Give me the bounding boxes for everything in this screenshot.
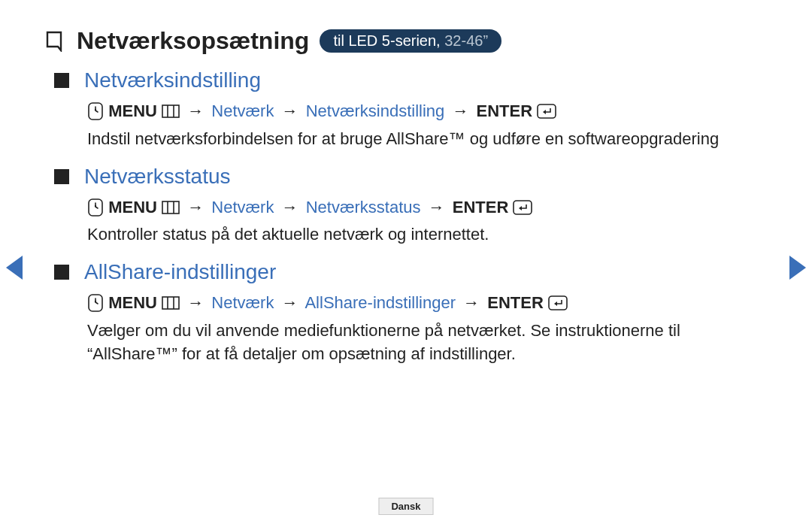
square-bullet-icon: [54, 73, 69, 88]
square-bullet-icon: [54, 169, 69, 184]
page-title: Netværksopsætning: [77, 27, 309, 55]
svg-rect-5: [538, 104, 556, 118]
svg-rect-0: [89, 103, 102, 120]
svg-rect-17: [549, 296, 567, 310]
menu-grid-icon: [162, 296, 180, 310]
series-badge-dim: 32-46”: [444, 32, 488, 49]
section-description: Indstil netværksforbindelsen for at brug…: [87, 128, 767, 151]
remote-ok-icon: [87, 293, 104, 313]
series-badge-main: til LED 5-serien,: [333, 32, 444, 49]
svg-point-7: [95, 205, 96, 207]
section-title: Netværksstatus: [84, 165, 231, 189]
arrow-sep-icon: →: [279, 101, 301, 120]
path-part: Netværk: [211, 293, 274, 312]
remote-ok-icon: [87, 198, 104, 217]
page-header: Netværksopsætning til LED 5-serien, 32-4…: [45, 27, 767, 55]
menu-path: MENU → Netværk → Netværksindstilling → E…: [87, 100, 767, 123]
menu-grid-icon: [162, 201, 180, 214]
arrow-sep-icon: →: [279, 198, 301, 217]
svg-rect-6: [89, 199, 102, 216]
arrow-sep-icon: →: [184, 198, 207, 217]
enter-label: ENTER: [453, 198, 509, 217]
svg-point-1: [95, 109, 96, 111]
arrow-sep-icon: →: [184, 293, 207, 312]
section-network-status: Netværksstatus MENU → Netværk → Netværks…: [47, 165, 767, 247]
arrow-sep-icon: →: [184, 101, 207, 120]
menu-label: MENU: [108, 198, 157, 217]
language-badge: Dansk: [378, 498, 433, 515]
enter-return-icon: [513, 200, 532, 215]
svg-rect-8: [162, 201, 179, 214]
section-description: Vælger om du vil anvende mediefunktioner…: [87, 320, 767, 366]
svg-rect-14: [162, 297, 179, 309]
arrow-sep-icon: →: [460, 293, 483, 312]
arrow-sep-icon: →: [279, 293, 301, 312]
svg-rect-2: [162, 105, 179, 117]
enter-label: ENTER: [487, 293, 544, 312]
bookmark-icon: [45, 31, 63, 52]
menu-label: MENU: [108, 293, 157, 312]
section-network-setting: Netværksindstilling MENU → Netværk → Net…: [47, 68, 767, 151]
square-bullet-icon: [54, 265, 69, 280]
path-part: Netværk: [211, 101, 274, 120]
arrow-sep-icon: →: [426, 198, 448, 217]
enter-return-icon: [537, 104, 556, 119]
path-part: Netværk: [211, 198, 274, 217]
svg-point-13: [95, 301, 96, 302]
menu-grid-icon: [162, 104, 180, 118]
section-allshare-settings: AllShare-indstillinger MENU → Netværk → …: [47, 260, 767, 365]
series-badge: til LED 5-serien, 32-46”: [320, 29, 501, 53]
path-part: Netværksindstilling: [306, 101, 445, 120]
menu-path: MENU → Netværk → AllShare-indstillinger …: [87, 292, 767, 315]
remote-ok-icon: [87, 101, 104, 121]
menu-path: MENU → Netværk → Netværksstatus → ENTER: [87, 196, 767, 220]
section-description: Kontroller status på det aktuelle netvær…: [87, 223, 767, 247]
section-title: AllShare-indstillinger: [84, 260, 276, 284]
svg-rect-12: [89, 295, 102, 311]
arrow-sep-icon: →: [449, 101, 471, 120]
enter-return-icon: [548, 295, 568, 310]
path-part: AllShare-indstillinger: [304, 293, 456, 312]
enter-label: ENTER: [477, 101, 533, 120]
svg-rect-11: [514, 201, 532, 214]
section-title: Netværksindstilling: [84, 68, 261, 92]
menu-label: MENU: [108, 101, 157, 120]
path-part: Netværksstatus: [306, 198, 421, 217]
